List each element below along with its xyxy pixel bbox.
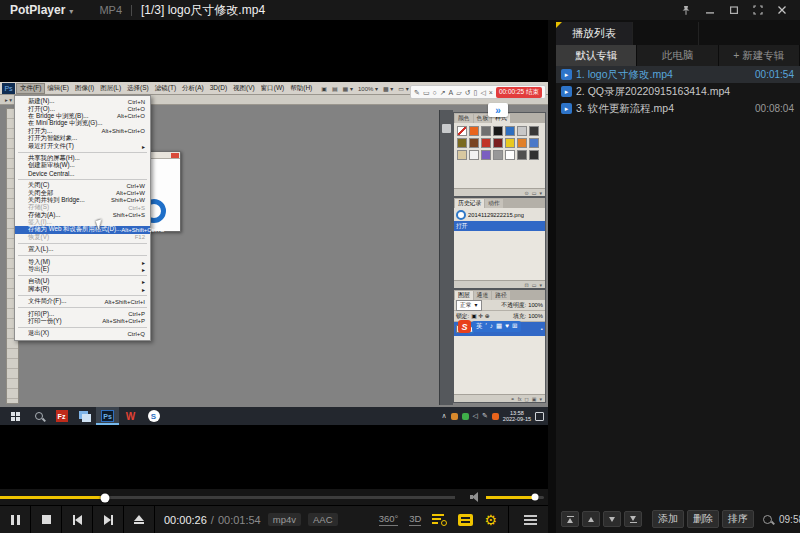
sogou-icon: ⊞ [512, 323, 517, 330]
media-file-icon: ▸ [561, 103, 572, 114]
playlist-item[interactable]: ▸3. 软件更新流程.mp400:08:04 [556, 100, 800, 117]
subtitle-button[interactable] [458, 514, 473, 526]
menu-item-label: 退出(X) [28, 329, 49, 338]
menu-item-shortcut: F12 [135, 234, 145, 240]
file-menu-item: 置入(L)... [15, 246, 150, 253]
tab-playlist[interactable]: 播放列表 [556, 22, 632, 45]
delete-button[interactable]: 删除 [687, 510, 719, 528]
stop-button[interactable] [31, 506, 62, 533]
menu-item-shortcut: Alt+Shift+Ctrl+P [102, 318, 145, 324]
history-step-label: 打开 [456, 222, 468, 231]
tab-bar-segment [698, 22, 764, 45]
volume-fill [486, 496, 535, 499]
ps-history-step-open: 打开 [454, 221, 545, 231]
menu-item-shortcut: Alt+Shift+Ctrl+I [104, 299, 145, 305]
app-title[interactable]: PotPlayer [10, 3, 65, 17]
move-bottom-button[interactable] [624, 511, 642, 527]
recorder-tool-icon: ▯ [474, 89, 478, 96]
settings-gear-icon[interactable]: ⚙ [484, 513, 497, 527]
next-button[interactable] [93, 506, 124, 533]
menu-item-shortcut: Shift+Ctrl+S [113, 212, 145, 218]
ps-history-empty [454, 231, 545, 280]
file-menu-item: Device Central... [15, 170, 150, 177]
panel-tab: 历史记录 [455, 199, 484, 208]
video-surface[interactable]: Ps 文件(F)编辑(E)图像(I)图层(L)选择(S)滤镜(T)分析(A)3D… [0, 20, 548, 488]
pin-button[interactable] [674, 0, 698, 20]
minimize-button[interactable] [698, 0, 722, 20]
playlist-search-icon[interactable] [432, 514, 447, 526]
ps-menu-item: 窗口(W) [258, 84, 287, 93]
playlist-toolbar: 添加 删除 排序 09:58 [556, 505, 800, 533]
playlist-item[interactable]: ▸1. logo尺寸修改.mp400:01:54 [556, 66, 800, 83]
panel-tab: 动作 [485, 199, 503, 208]
seek-knob[interactable] [100, 493, 109, 502]
maximize-button[interactable] [722, 0, 746, 20]
playlist-item-duration: 00:08:04 [755, 103, 794, 114]
volume-knob[interactable] [532, 494, 539, 501]
menu-hamburger-icon[interactable] [520, 515, 548, 525]
ps-logo: Ps [2, 83, 15, 94]
playlist-item[interactable]: ▸2. QQ录屏20220915163414.mp4 [556, 83, 800, 100]
tray-speaker-icon: ◁ [473, 412, 478, 420]
menu-item-shortcut: Ctrl+W [127, 183, 146, 189]
mode-360-button[interactable]: 360° [379, 513, 399, 526]
previous-button[interactable] [62, 506, 93, 533]
menu-item-shortcut: Ctrl+P [128, 311, 145, 317]
close-button[interactable] [770, 0, 794, 20]
style-swatch [517, 126, 527, 136]
fullscreen-button[interactable] [746, 0, 770, 20]
menu-item-label: 恢复(V) [28, 233, 49, 242]
move-top-button[interactable] [561, 511, 579, 527]
menu-item-label: 脚本(R) [28, 285, 49, 294]
app-menu-chevron-icon[interactable]: ▾ [69, 7, 73, 16]
controls-divider [508, 506, 509, 533]
total-time: 00:01:54 [218, 514, 261, 526]
playlist-tab-bar: 播放列表 [556, 20, 800, 45]
sogou-icon: ♪ [490, 323, 493, 330]
menu-item-shortcut: Alt+Shift+Ctrl+S [121, 227, 164, 233]
mode-3d-button[interactable]: 3D [409, 513, 421, 526]
volume-slider[interactable] [486, 496, 544, 499]
ps-menu-item: 帮助(H) [287, 84, 315, 93]
ps-menu-item: 文件(F) [17, 84, 44, 93]
style-swatch [505, 138, 515, 148]
audio-codec-badge: AAC [308, 513, 338, 526]
album-tab[interactable]: + 新建专辑 [719, 45, 800, 66]
ps-appbar-icon: 100% ▾ [358, 85, 378, 92]
seek-bar[interactable] [0, 496, 455, 499]
menu-item-shortcut: ▸ [142, 143, 145, 150]
opacity-value: 100% [528, 302, 543, 308]
style-swatch [469, 150, 479, 160]
pause-button[interactable] [0, 506, 31, 533]
titlebar[interactable]: PotPlayer ▾ MP4 [1/3] logo尺寸修改.mp4 [0, 0, 800, 20]
playlist-empty-area[interactable] [556, 117, 800, 505]
ps-layers-panel: 图层通道路径 正常▾ 不透明度: 100% 锁定: ▣ ✛ ⊕ 填充: 100% [453, 289, 546, 403]
volume-icon[interactable] [470, 492, 481, 502]
file-menu-item: 创建新审核(W)... [15, 162, 150, 169]
add-button[interactable]: 添加 [652, 510, 684, 528]
album-tab[interactable]: 此电脑 [637, 45, 718, 66]
album-tab[interactable]: 默认专辑 [556, 45, 637, 66]
style-swatch [529, 150, 539, 160]
ps-appbar-icon: ▩ ▾ [383, 85, 393, 92]
tray-icon-green [462, 413, 469, 420]
recorder-tool-icon: A [449, 89, 454, 96]
menu-item-shortcut: Alt+Ctrl+O [117, 113, 145, 119]
ps-style-swatches [454, 123, 545, 188]
ps-layers-blend-row: 正常▾ 不透明度: 100% [454, 300, 545, 311]
transport-controls: 00:00:26 / 00:01:54 mp4v AAC 360° 3D ⚙ [0, 505, 548, 533]
playlist-item-title: 3. 软件更新流程.mp4 [576, 102, 751, 116]
sort-button[interactable]: 排序 [722, 510, 754, 528]
ps-appbar-icon: ▭ ▾ [398, 85, 408, 92]
open-eject-button[interactable] [124, 506, 155, 533]
sogou-logo: S [458, 320, 471, 333]
move-down-button[interactable] [603, 511, 621, 527]
potplayer-window: PotPlayer ▾ MP4 [1/3] logo尺寸修改.mp4 Ps 文件… [0, 0, 800, 533]
sogou-icon: 英 [476, 323, 483, 330]
style-swatch [493, 138, 503, 148]
playlist-search-button[interactable] [763, 515, 772, 524]
move-up-button[interactable] [582, 511, 600, 527]
ps-menu-item: 滤镜(T) [152, 84, 179, 93]
recorder-tool-icon: ▭ [423, 89, 430, 96]
menu-item-shortcut: Ctrl+S [128, 205, 145, 211]
